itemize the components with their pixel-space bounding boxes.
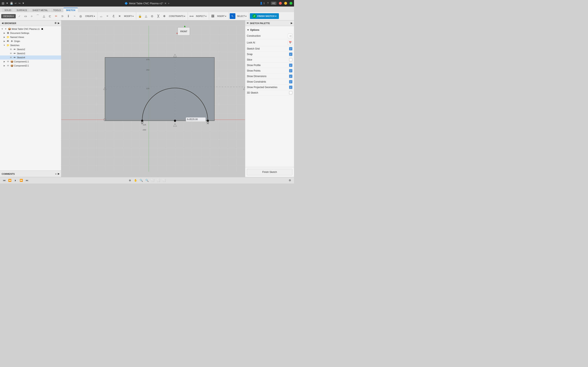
tree-item-root[interactable]: ▼ ▼ 📦 Metal Table CNC Plasma v1 ⏺ bbox=[0, 27, 61, 31]
palette-section-options[interactable]: ▼ Options bbox=[247, 28, 292, 33]
contact-tool[interactable]: ✲ bbox=[162, 13, 167, 19]
finish-sketch-button[interactable]: Finish Sketch bbox=[247, 169, 292, 175]
grid-btn[interactable]: ⬜ bbox=[156, 178, 161, 183]
spline-tool[interactable]: ~ bbox=[72, 13, 77, 19]
viewcube-front-face[interactable]: FRONT bbox=[178, 27, 190, 35]
display-settings-btn[interactable]: ⬜ bbox=[150, 178, 155, 183]
show-constraints-checkbox[interactable] bbox=[289, 80, 292, 83]
eye-icon-comp1[interactable]: 👁 bbox=[6, 60, 9, 63]
show-dimensions-checkbox[interactable] bbox=[289, 75, 292, 78]
constraints-more[interactable]: CONSTRAINTS ▾ bbox=[168, 13, 186, 19]
arc-tool[interactable]: ⌒ bbox=[35, 13, 41, 19]
tab-solid[interactable]: SOLID bbox=[2, 8, 14, 12]
tree-item-sketch3[interactable]: 👁 ✏ Sketch3 bbox=[0, 51, 61, 55]
measure-tool[interactable]: ⟺ bbox=[189, 13, 194, 19]
zoom-btn[interactable]: 🔍 bbox=[139, 178, 144, 183]
select-tool[interactable]: ↖ bbox=[230, 13, 235, 19]
tree-item-named-views[interactable]: ▶ 📁 Named Views bbox=[0, 35, 61, 39]
circle-tool[interactable]: ○ bbox=[29, 13, 35, 19]
create-more[interactable]: CREATE ▾ bbox=[84, 13, 96, 19]
undo-icon[interactable]: ↩ bbox=[15, 2, 17, 5]
comments-expand-icon[interactable]: ▶ bbox=[58, 173, 60, 175]
concentric-tool[interactable]: ⊙ bbox=[149, 13, 155, 19]
line-tool[interactable]: ⟋ bbox=[17, 13, 22, 19]
redo-icon[interactable]: ↪ bbox=[18, 2, 20, 5]
tab-tools[interactable]: TOOLS bbox=[51, 8, 63, 12]
snap-checkbox[interactable] bbox=[289, 53, 292, 56]
rect-tool[interactable]: ▭ bbox=[23, 13, 28, 19]
design-button[interactable]: DESIGN ▾ bbox=[1, 14, 16, 18]
tab-sheet-metal[interactable]: SHEET METAL bbox=[30, 8, 50, 12]
select-more[interactable]: SELECT ▾ bbox=[236, 13, 248, 19]
app-menu-icon[interactable]: ▼ bbox=[6, 2, 8, 5]
close-tab-icon[interactable]: ✕ bbox=[164, 2, 167, 5]
show-profile-checkbox[interactable] bbox=[289, 64, 292, 67]
tree-item-doc-settings[interactable]: ▶ ⚙ Document Settings bbox=[0, 31, 61, 35]
midpoint-tool[interactable]: ╳ bbox=[155, 13, 161, 19]
render-btn[interactable]: ⬜ bbox=[162, 178, 167, 183]
fit-view-btn[interactable]: ⊕ bbox=[127, 178, 132, 183]
win-min-btn[interactable] bbox=[284, 2, 287, 5]
finish-sketch-toolbar-btn[interactable]: ✓ FINISH SKETCH ▾ bbox=[250, 13, 279, 19]
account-icon[interactable]: 👤 1 bbox=[260, 2, 265, 5]
playback-next[interactable]: ⏩ bbox=[19, 178, 24, 183]
modify-more[interactable]: MODIFY ▾ bbox=[123, 13, 135, 19]
win-close-btn[interactable] bbox=[279, 2, 282, 5]
playback-last[interactable]: ⏭ bbox=[25, 178, 29, 183]
canvas-area[interactable]: fx Ø225.00 375 250 125 -250 -125 ▲ FRONT… bbox=[61, 20, 245, 177]
eye-icon-sketch2[interactable]: 👁 bbox=[9, 48, 12, 51]
ellipse-tool[interactable]: ◎ bbox=[78, 13, 84, 19]
browser-expand-icon[interactable]: ▶ bbox=[58, 22, 60, 25]
eye-icon-sketch4[interactable]: 👁 bbox=[9, 56, 12, 59]
pan-btn[interactable]: ✋ bbox=[133, 178, 138, 183]
playback-play[interactable]: ⏵ bbox=[13, 178, 18, 183]
tab-sketch[interactable]: SKETCH bbox=[63, 8, 78, 12]
eye-icon-comp2[interactable]: 👁 bbox=[6, 64, 9, 67]
zoom-out-btn[interactable]: 🔍 bbox=[145, 178, 149, 183]
inspect-more[interactable]: INSPECT ▾ bbox=[195, 13, 208, 19]
trim2-tool[interactable]: ✕ bbox=[117, 13, 122, 19]
show-projected-checkbox[interactable] bbox=[289, 86, 292, 89]
slot-tool[interactable]: ⊏ bbox=[47, 13, 53, 19]
tab-surface[interactable]: SURFACE bbox=[14, 8, 30, 12]
app-grid-icon[interactable]: ⊞ bbox=[2, 1, 4, 5]
tree-item-sketch4[interactable]: 👁 ✏ Sketch4 bbox=[0, 55, 61, 59]
playback-first[interactable]: ⏮ bbox=[2, 178, 7, 183]
mirror-tool[interactable]: /| bbox=[111, 13, 116, 19]
win-max-btn[interactable] bbox=[290, 2, 292, 5]
slice-checkbox[interactable] bbox=[289, 58, 292, 61]
project-tool[interactable]: ↧ bbox=[66, 13, 71, 19]
palette-expand-icon[interactable]: ▶ bbox=[291, 22, 292, 25]
extend-tool[interactable]: = bbox=[104, 13, 110, 19]
image-tool[interactable]: 🖼 bbox=[210, 13, 216, 19]
3d-sketch-checkbox[interactable] bbox=[289, 91, 292, 94]
tree-item-component1[interactable]: ▶ 👁 📦 Component1:1 bbox=[0, 59, 61, 64]
trim-tool[interactable]: ✂ bbox=[53, 13, 59, 19]
construction-icon-btn[interactable]: ◁ bbox=[288, 34, 292, 38]
lock-tool[interactable]: 🔒 bbox=[137, 13, 143, 19]
tree-item-sketch2[interactable]: 👁 ✏ Sketch2 bbox=[0, 47, 61, 51]
playback-prev[interactable]: ⏪ bbox=[7, 178, 12, 183]
save-icon[interactable]: 💾 bbox=[10, 2, 13, 5]
coincident-tool[interactable]: △ bbox=[143, 13, 149, 19]
tree-item-origin[interactable]: ▶ 👁 ✛ Origin bbox=[0, 39, 61, 43]
tree-record-icon[interactable]: ⏺ bbox=[41, 27, 43, 30]
show-points-checkbox[interactable] bbox=[289, 69, 292, 72]
viewcube[interactable]: ▲ FRONT ✕ bbox=[176, 25, 192, 41]
settings-gear-icon[interactable]: ⚙ bbox=[287, 178, 292, 183]
eye-icon-sketch3[interactable]: 👁 bbox=[9, 52, 12, 55]
tree-item-sketches[interactable]: ▼ 📁 Sketches bbox=[0, 43, 61, 47]
insert-more[interactable]: INSERT ▾ bbox=[216, 13, 227, 19]
triangle-tool[interactable]: △ bbox=[41, 13, 47, 19]
new-tab-icon[interactable]: + bbox=[168, 2, 169, 5]
collapse-icon[interactable]: ◀ bbox=[2, 22, 3, 25]
look-at-icon-btn[interactable]: 📅 bbox=[288, 40, 292, 45]
more-icon[interactable]: ▼ bbox=[22, 2, 25, 5]
offset-tool[interactable]: ⊃ bbox=[60, 13, 65, 19]
sketch-grid-checkbox[interactable] bbox=[289, 47, 292, 50]
fillet-tool[interactable]: ⌓ bbox=[98, 13, 104, 19]
browser-settings-icon[interactable]: ⚙ bbox=[54, 22, 57, 25]
comments-add-icon[interactable]: + bbox=[55, 173, 57, 175]
eye-icon-origin[interactable]: 👁 bbox=[6, 40, 9, 43]
help-icon[interactable]: ? bbox=[267, 2, 269, 5]
